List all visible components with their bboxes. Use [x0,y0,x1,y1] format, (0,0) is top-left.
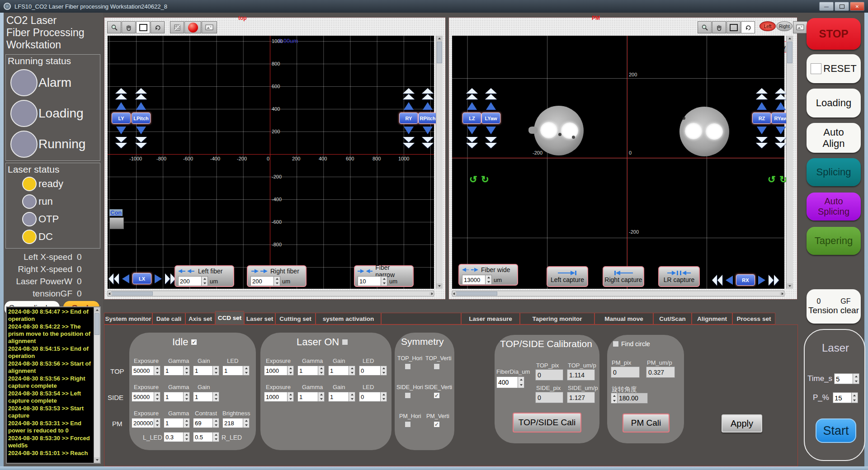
fiberdia-spinner[interactable]: 400 [496,376,524,388]
tab-alignment[interactable]: Alignment [692,313,732,324]
tab-axis-set[interactable]: Axis set [185,313,215,324]
ryaw-up-button[interactable] [776,102,786,110]
top-ump-field[interactable]: 1.114 [567,369,595,381]
ry-axis-button[interactable]: RY [399,113,418,124]
laseron-gamma-1[interactable]: 1 [297,366,325,376]
log-scrollbar[interactable] [94,307,100,463]
tab-ccd-set[interactable]: CCD set [215,311,244,324]
tab-laser-set[interactable]: Laser set [244,313,275,324]
idle-top-gamma[interactable]: 1 [164,366,190,376]
tab-process-set[interactable]: Process set [732,313,775,324]
idle-top-led[interactable]: 1 [222,366,250,376]
lx-fast-left-button[interactable] [108,273,119,284]
left-fiber-value[interactable]: 200 [178,276,202,286]
rect-select-tool-button[interactable] [726,21,741,33]
tab-system-activation[interactable]: system activation [316,313,381,324]
ry-up-button[interactable] [404,102,414,110]
scroll-thumb[interactable] [111,291,153,296]
rz-fast-down-button[interactable] [756,137,768,148]
laseron-gain-1[interactable]: 1 [328,366,355,376]
rpitch-axis-button[interactable]: RPitch [418,113,437,124]
spin-up[interactable] [486,275,491,280]
ry-down-button[interactable] [404,127,414,134]
rx-right-button[interactable] [758,276,765,285]
laseron-exposure-2[interactable]: 1000 [264,392,294,402]
tab-system-monitor[interactable]: System monitor [104,313,152,324]
idle-side-gain[interactable]: 1 [193,392,219,402]
spin-down[interactable] [853,379,859,384]
lyaw-down-button[interactable] [486,127,496,134]
scroll-thumb[interactable] [456,291,497,296]
right-fiber-spinner[interactable]: 200 [250,276,280,286]
pm-view-hscrollbar[interactable] [452,291,784,296]
pm-view-vscrollbar[interactable] [786,36,793,289]
lx-left-button[interactable] [122,274,129,283]
side-pix-field[interactable]: 0 [535,392,563,403]
lz-up-button[interactable] [467,102,477,110]
log-text[interactable]: 2024-08-30 8:54:47 >> End of operation 2… [7,307,94,463]
left-fiber-spinner[interactable]: 200 [178,276,208,286]
lz-fast-up-button[interactable] [466,88,478,99]
ry-fast-down-button[interactable] [403,137,415,148]
right-capture-button[interactable]: Right capture [603,266,644,287]
rx-left-button[interactable] [726,276,733,285]
rotate-ccw-button[interactable]: ↺ [768,174,776,185]
lr-capture-button[interactable]: LR capture [658,266,700,287]
scroll-down-arrow[interactable] [94,457,100,463]
top-view-vscrollbar[interactable] [436,36,443,289]
rx-axis-button[interactable]: RX [736,274,755,286]
time-spinner[interactable]: 5 [834,373,859,384]
apply-button[interactable]: Apply [722,414,762,432]
laseron-exposure-1[interactable]: 1000 [264,366,294,376]
tab-laser-measure[interactable]: Laser measure [461,313,520,324]
spin-down[interactable] [274,281,280,286]
fiber-narrow-value[interactable]: 10 [358,276,381,286]
record-button[interactable] [184,21,201,33]
pm-view-canvas[interactable]: 200 0 -200 -200 LZ LYaw ↺ ↻ [452,36,784,289]
lyaw-fast-down-button[interactable] [485,137,497,148]
camera-right-toggle[interactable]: Right [776,21,793,31]
scroll-right-arrow[interactable] [780,292,785,295]
lpitch-fast-up-button[interactable] [135,88,147,99]
rx-fast-right-button[interactable] [769,275,779,286]
pan-tool-button[interactable] [122,21,136,33]
lz-down-button[interactable] [467,127,477,134]
rotate-cw-button[interactable]: ↻ [481,174,489,185]
rotation-angle-spinner[interactable]: 180.00 [611,393,648,404]
idle-top-exposure[interactable]: 50000 [132,366,160,376]
top-view-canvas[interactable]: -1000 -800 -600 -400 -200 0 200 400 600 … [108,36,434,289]
laseron-led-2[interactable]: 0 [359,392,387,402]
rpitch-up-button[interactable] [423,102,433,110]
lpitch-down-button[interactable] [136,127,146,134]
tapering-button[interactable]: Tapering [807,227,861,255]
pm-pix-field[interactable]: 0 [611,367,640,378]
lyaw-fast-up-button[interactable] [485,88,497,99]
scroll-thumb[interactable] [787,42,793,63]
idle-checkbox[interactable] [191,339,197,345]
scroll-up-arrow[interactable] [787,36,793,41]
laseron-gain-2[interactable]: 1 [328,392,355,402]
lx-right-button[interactable] [155,274,162,283]
scroll-up-arrow[interactable] [436,36,443,41]
pan-tool-button[interactable] [712,21,726,33]
fiber-wide-spinner[interactable]: 13000 [462,275,492,285]
top-view-hscrollbar[interactable] [108,291,434,296]
reset-button[interactable]: RESET [807,54,861,83]
ly-down-button[interactable] [116,127,126,134]
idle-side-gamma[interactable]: 1 [164,392,190,402]
side-verti-checkbox[interactable] [434,392,440,399]
laseron-led-1[interactable]: 0 [359,366,387,376]
auto-splicing-button[interactable]: Auto Splicing [807,193,861,221]
scroll-thumb[interactable] [437,42,442,63]
find-circle-checkbox[interactable] [613,341,619,347]
tab-cut-scan[interactable]: Cut/Scan [653,313,692,324]
scroll-down-arrow[interactable] [787,283,793,289]
lpitch-fast-down-button[interactable] [135,137,147,148]
spin-down[interactable] [486,280,491,284]
lx-axis-button[interactable]: LX [132,273,151,284]
camera-left-toggle[interactable]: Left [760,21,776,31]
pm-verti-checkbox[interactable] [434,421,440,428]
idle-l-led[interactable]: 0.3 [164,432,190,442]
reset-checkbox[interactable] [811,63,821,74]
pm-cali-button[interactable]: PM Cali [623,414,670,432]
